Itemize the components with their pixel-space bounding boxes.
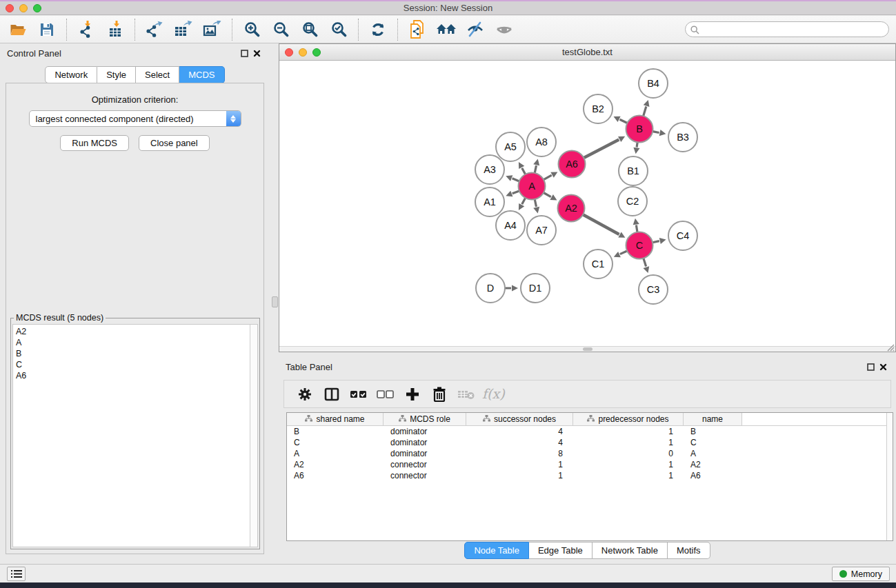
graph-node-C[interactable]: C xyxy=(626,232,653,259)
network-close-button[interactable] xyxy=(285,48,293,57)
tab-motifs[interactable]: Motifs xyxy=(668,542,710,559)
edge-A-A5[interactable] xyxy=(522,168,526,174)
graph-node-B4[interactable]: B4 xyxy=(639,69,668,98)
settings-gear-button[interactable] xyxy=(292,383,317,406)
graph-node-A5[interactable]: A5 xyxy=(496,132,525,161)
mcds-list-scrollbar[interactable] xyxy=(250,325,257,547)
tab-mcds[interactable]: MCDS xyxy=(179,66,224,83)
mcds-result-item[interactable]: A2 xyxy=(16,326,247,337)
network-minimize-button[interactable] xyxy=(299,48,307,57)
graph-node-C3[interactable]: C3 xyxy=(639,275,668,304)
close-panel-icon[interactable] xyxy=(250,47,263,59)
export-network-button[interactable] xyxy=(142,18,167,41)
export-table-button[interactable] xyxy=(171,18,196,41)
deselect-all-checkboxes-button[interactable] xyxy=(373,383,397,406)
add-column-button[interactable] xyxy=(400,383,424,406)
table-row[interactable]: A6connector11A6 xyxy=(287,470,886,481)
close-panel-button[interactable]: Close panel xyxy=(139,135,210,151)
clone-network-button[interactable] xyxy=(405,18,430,41)
select-all-checkboxes-button[interactable] xyxy=(346,383,370,406)
export-image-button[interactable] xyxy=(200,18,225,41)
column-header-shared-name[interactable]: shared name xyxy=(287,413,384,426)
panel-splitter-handle[interactable] xyxy=(272,296,278,307)
minimize-window-button[interactable] xyxy=(19,4,28,12)
show-all-button[interactable] xyxy=(492,18,517,41)
edge-A6-B[interactable] xyxy=(584,140,619,159)
graph-node-A8[interactable]: A8 xyxy=(527,128,556,156)
table-row[interactable]: A2connector11A2 xyxy=(287,459,886,470)
table-row[interactable]: Adominator80A xyxy=(287,448,886,459)
column-header-name[interactable]: name xyxy=(684,413,742,426)
mcds-result-item[interactable]: A6 xyxy=(16,370,247,381)
edge-A-A6[interactable] xyxy=(544,175,552,179)
float-panel-icon[interactable] xyxy=(238,47,250,59)
mcds-result-item[interactable]: B xyxy=(16,348,247,359)
import-network-button[interactable] xyxy=(74,18,99,41)
column-header-successor-nodes[interactable]: successor nodes xyxy=(466,413,573,426)
save-session-button[interactable] xyxy=(34,18,59,41)
import-table-button[interactable] xyxy=(103,18,128,41)
zoom-out-button[interactable] xyxy=(268,18,293,41)
open-file-button[interactable] xyxy=(6,18,30,41)
edge-C-C4[interactable] xyxy=(653,241,659,243)
zoom-fit-button[interactable] xyxy=(297,18,322,41)
zoom-window-button[interactable] xyxy=(33,4,41,12)
graph-node-B3[interactable]: B3 xyxy=(668,123,697,152)
edge-A-A2[interactable] xyxy=(544,193,551,197)
hide-selected-button[interactable] xyxy=(463,18,488,41)
column-header-predecessor-nodes[interactable]: predecessor nodes xyxy=(573,413,684,426)
tab-node-table[interactable]: Node Table xyxy=(464,542,529,559)
edge-A-A7[interactable] xyxy=(535,199,536,207)
edge-C-C1[interactable] xyxy=(620,251,627,254)
graph-node-C2[interactable]: C2 xyxy=(618,187,647,216)
graph-node-C4[interactable]: C4 xyxy=(668,221,697,250)
task-history-button[interactable] xyxy=(7,567,26,581)
network-window-titlebar[interactable]: testGlobe.txt xyxy=(279,44,895,61)
graph-node-D[interactable]: D xyxy=(476,274,505,303)
window-resize-grip[interactable] xyxy=(886,342,895,351)
edge-C-C2[interactable] xyxy=(636,225,637,232)
table-row[interactable]: Cdominator41C xyxy=(287,437,886,448)
column-selector-button[interactable] xyxy=(319,383,344,406)
tab-edge-table[interactable]: Edge Table xyxy=(529,542,593,559)
edge-B-B3[interactable] xyxy=(653,132,659,133)
graph-node-C1[interactable]: C1 xyxy=(584,250,613,278)
graph-node-B[interactable]: B xyxy=(626,116,653,143)
criterion-select[interactable]: largest connected component (directed) xyxy=(29,110,241,127)
edge-A2-C[interactable] xyxy=(583,214,619,234)
edge-B-B2[interactable] xyxy=(620,119,628,123)
edge-A-A8[interactable] xyxy=(535,165,536,173)
mcds-result-item[interactable]: A xyxy=(16,337,247,348)
edge-A-A4[interactable] xyxy=(522,198,526,204)
delete-column-button[interactable] xyxy=(427,383,451,406)
tab-network[interactable]: Network xyxy=(45,66,97,83)
graph-node-D1[interactable]: D1 xyxy=(521,274,550,303)
zoom-selected-button[interactable] xyxy=(326,18,351,41)
graph-node-A4[interactable]: A4 xyxy=(496,211,525,240)
search-input[interactable] xyxy=(685,21,889,37)
graph-node-A2[interactable]: A2 xyxy=(558,195,585,222)
edge-A-A1[interactable] xyxy=(512,191,519,194)
edge-B-B4[interactable] xyxy=(644,107,646,116)
network-hscrollbar[interactable] xyxy=(279,346,895,352)
table-row[interactable]: Bdominator41B xyxy=(287,426,886,437)
edge-A-A3[interactable] xyxy=(512,179,519,181)
tab-network-table[interactable]: Network Table xyxy=(593,542,668,559)
edge-C-C3[interactable] xyxy=(644,258,646,267)
zoom-in-button[interactable] xyxy=(239,18,264,41)
network-canvas[interactable]: B4B2BB3A5A8A6A3B1AA1C2A2A4A7C4CC1C3DD1 xyxy=(279,61,895,347)
graph-node-A[interactable]: A xyxy=(519,173,546,200)
run-mcds-button[interactable]: Run MCDS xyxy=(60,135,129,151)
graph-node-B2[interactable]: B2 xyxy=(584,94,613,123)
network-hscrollbar-thumb[interactable] xyxy=(583,347,593,351)
memory-button[interactable]: Memory xyxy=(832,567,890,581)
network-zoom-button[interactable] xyxy=(312,48,321,57)
tab-style[interactable]: Style xyxy=(97,66,136,83)
graph-node-A7[interactable]: A7 xyxy=(527,216,556,245)
first-neighbors-button[interactable] xyxy=(434,18,459,41)
edge-B-B1[interactable] xyxy=(637,142,637,147)
table-vscrollbar[interactable] xyxy=(886,413,893,540)
graph-node-B1[interactable]: B1 xyxy=(619,156,648,185)
close-window-button[interactable] xyxy=(6,4,14,12)
graph-node-A6[interactable]: A6 xyxy=(559,151,586,178)
